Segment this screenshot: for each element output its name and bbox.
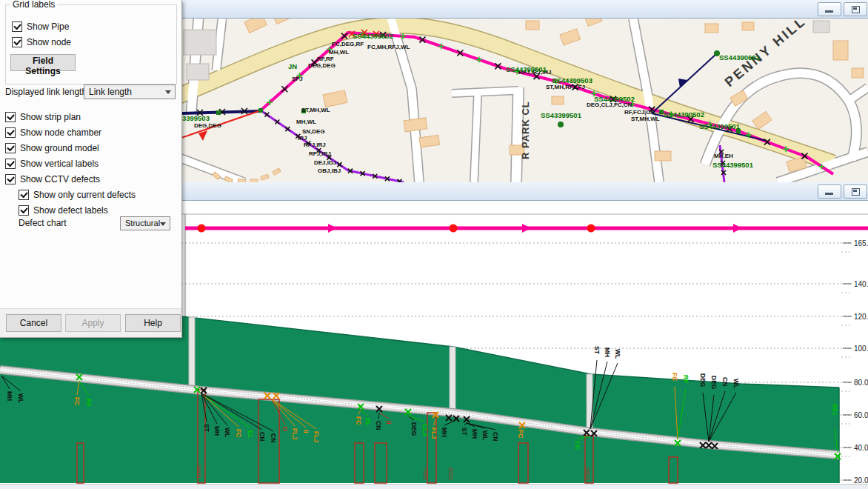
map-defect-label: OBJ,IBJ <box>318 167 341 174</box>
checkbox-label: Show CCTV defects <box>20 174 100 184</box>
checkbox-icon[interactable] <box>5 143 16 153</box>
section-defect-label: MH <box>213 426 221 436</box>
checkbox-show-vertical-labels[interactable]: Show vertical labels <box>5 156 101 171</box>
minimize-icon <box>825 193 833 195</box>
displayed-link-length-select[interactable]: Link length <box>84 84 176 99</box>
map-defect-label: DEJ,IDJ <box>314 159 336 166</box>
section-defect-label: WL <box>481 430 489 440</box>
strip-plan-node <box>587 224 595 233</box>
restore-button[interactable] <box>844 184 867 199</box>
defect-chart-select[interactable]: Structural <box>120 216 170 230</box>
axis-tick-label: 165.0 <box>854 239 868 247</box>
defect-chart-value: Structural <box>125 219 160 227</box>
checkbox-icon[interactable] <box>5 159 16 169</box>
map-defect-label: IRJ <box>298 135 307 142</box>
axis-tick-label: 120.0 <box>854 313 868 321</box>
axis-tick-label: 20.0 <box>854 476 868 485</box>
restore-icon <box>852 188 860 196</box>
checkbox-icon[interactable] <box>12 37 22 47</box>
map-defect-label: FC,DEG,RF <box>332 41 364 47</box>
node-chamber <box>450 347 455 412</box>
axis-tick-label: 80.0 <box>854 379 868 387</box>
checkbox-show-defect-labels[interactable]: Show defect labels <box>19 202 136 218</box>
defect-chart-label: Defect chart <box>19 218 67 228</box>
map-node-label: SS44399501 <box>712 161 754 169</box>
section-defect-label: RF,I <box>831 404 838 415</box>
axis-tick-label: 60.0 <box>854 411 868 419</box>
section-defect-label: FC <box>235 429 242 437</box>
group-title: Grid labels <box>10 0 57 10</box>
map-node-label: SS44399503 <box>552 76 592 84</box>
section-defect-label: DEG <box>710 376 718 390</box>
horizontal-scrollbar[interactable] <box>0 484 868 489</box>
checkbox-icon[interactable] <box>12 21 22 32</box>
street-name-r-park-cl: R PARK CL <box>520 101 531 159</box>
section-defect-label: WL <box>732 379 740 388</box>
chevron-down-icon <box>160 222 166 226</box>
checkbox-show-strip-plan[interactable]: Show strip plan <box>5 109 101 124</box>
map-defect-label: RFJ,IRJ <box>309 150 331 157</box>
field-settings-button[interactable]: Field Settings <box>10 54 76 71</box>
section-defect-label: WL <box>224 428 231 437</box>
section-defect-label: ST <box>203 424 210 433</box>
map-defect-label: SFJ <box>292 76 303 82</box>
section-defect-label: MH <box>441 428 448 437</box>
map-defect-label: ST,MH,RFJ,FJ <box>546 84 585 90</box>
map-node-label: SS44399502 <box>594 95 635 103</box>
map-node-label: SS44399602 <box>353 32 393 40</box>
map-defect-label: MH,WL <box>329 49 349 56</box>
cancel-button[interactable]: Cancel <box>6 314 61 332</box>
help-button[interactable]: Help <box>125 314 181 332</box>
checkbox-show-pipe[interactable]: Show Pipe <box>12 19 71 34</box>
section-defect-label: DEG <box>699 373 707 387</box>
checkbox-label: Show Pipe <box>27 21 69 32</box>
checkbox-show-node-chamber[interactable]: Show node chamber <box>5 124 101 140</box>
section-defect-label: CN <box>492 432 499 441</box>
minimize-button[interactable] <box>818 184 841 199</box>
section-defect-label: CC <box>574 441 581 450</box>
section-defect-label: CLJ <box>421 424 429 436</box>
map-node-label: SS44390601 <box>719 53 761 61</box>
app-root: { "dialog": { "group_title": "Grid label… <box>0 0 868 489</box>
map-node-label: SS44390502 <box>664 110 704 119</box>
checkbox-icon[interactable] <box>5 112 16 122</box>
checkbox-icon[interactable] <box>19 190 29 200</box>
section-defect-label: FC <box>355 416 362 425</box>
map-defect-label: ST,MH,WL <box>301 107 330 113</box>
map-defect-label: SN,DEG <box>302 128 325 135</box>
map-defect-label: MH,EH <box>714 153 733 159</box>
checkbox-show-node[interactable]: Show node <box>12 34 71 50</box>
chainage-label: 2603 <box>584 467 591 480</box>
section-defect-label: FLJ <box>291 428 298 439</box>
checkbox-label: Show only current defects <box>33 190 136 200</box>
map-node-label: SS44390501 <box>699 122 741 130</box>
grid-labels-group: Grid labels Show PipeShow node Field Set… <box>5 4 177 84</box>
minimize-button[interactable] <box>818 2 841 16</box>
map-defect-label: RFJ,IRJ <box>304 142 326 148</box>
chainage-label: 7002 <box>422 467 429 480</box>
checkbox-icon[interactable] <box>19 205 29 216</box>
section-defect-label: FC <box>73 397 81 405</box>
restore-button[interactable] <box>844 2 867 16</box>
checkbox-label: Show defect labels <box>33 205 108 216</box>
strip-plan-node <box>198 224 206 233</box>
section-defect-label: EL <box>364 418 372 426</box>
section-defect-label: FLJ <box>313 431 320 442</box>
checkbox-show-ground-model[interactable]: Show ground model <box>5 140 101 156</box>
checkbox-label: Show vertical labels <box>20 159 99 169</box>
section-defect-label: MH <box>604 347 611 357</box>
checkbox-show-only-current-defects[interactable]: Show only current defects <box>19 187 136 202</box>
section-defect-label: RF <box>85 399 93 407</box>
section-defect-label: MH <box>471 429 478 439</box>
checkbox-show-cctv-defects[interactable]: Show CCTV defects <box>5 171 101 187</box>
checkbox-icon[interactable] <box>5 174 16 184</box>
section-defect-label: II <box>302 430 310 433</box>
section-defect-label: D <box>281 427 289 431</box>
section-defect-label: CN <box>721 377 729 386</box>
section-defect-label: DEG <box>410 422 418 436</box>
section-defect-label: CN <box>270 433 277 442</box>
chainage-label: 2002 <box>447 467 454 480</box>
map-defect-label: DEG,DEG <box>194 122 221 129</box>
checkbox-icon[interactable] <box>5 127 16 138</box>
apply-button[interactable]: Apply <box>65 314 121 332</box>
